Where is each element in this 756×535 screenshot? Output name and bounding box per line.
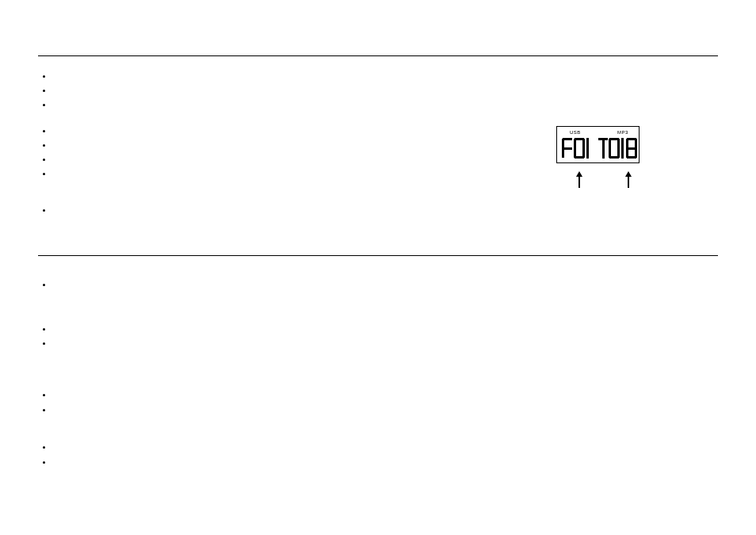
bullet: [43, 75, 45, 78]
lcd-char-0: [574, 138, 585, 159]
bullet: [43, 159, 45, 161]
lcd-char-0: [609, 138, 620, 159]
up-arrow-stem: [578, 177, 580, 188]
horizontal-rule-top: [38, 55, 718, 56]
bullet: [43, 328, 45, 331]
bullet: [43, 130, 45, 132]
lcd-char-T: [598, 138, 609, 159]
lcd-char-1: [586, 138, 590, 159]
lcd-char-8: [626, 138, 637, 159]
bullet: [43, 394, 45, 396]
bullet: [43, 461, 45, 464]
bullet: [43, 144, 45, 147]
bullet: [43, 104, 45, 106]
lcd-char-F: [562, 138, 573, 159]
bullet: [43, 90, 45, 92]
lcd-indicator-usb: USB: [570, 130, 581, 135]
bullet: [43, 342, 45, 345]
up-arrow-stem: [628, 177, 629, 188]
lcd-indicator-mp3: MP3: [617, 130, 628, 135]
bullet: [43, 173, 45, 175]
bullet: [43, 446, 45, 449]
up-arrow-icon: [625, 171, 632, 177]
lcd-char-1: [620, 138, 625, 159]
horizontal-rule-middle: [38, 255, 718, 256]
lcd-display: USB MP3 F01 T018: [556, 126, 640, 163]
document-page: USB MP3 F01 T018: [0, 0, 756, 535]
bullet: [43, 409, 45, 411]
up-arrow-icon: [576, 171, 582, 177]
bullet: [43, 209, 45, 212]
bullet: [43, 284, 45, 286]
